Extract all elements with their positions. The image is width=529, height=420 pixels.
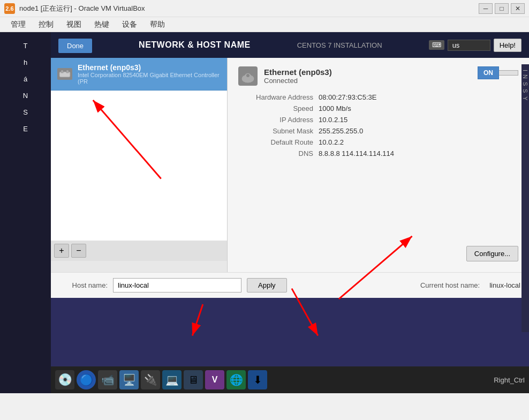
sidebar-item-4[interactable]: N xyxy=(0,87,51,104)
hostname-row: Host name: Apply Current host name: linu… xyxy=(51,272,529,298)
detail-header: Ethernet (enp0s3) Connected ON xyxy=(238,66,518,86)
svg-rect-2 xyxy=(66,70,69,73)
main-area: T h á N S E Done NETWORK & HOST NAME CEN… xyxy=(0,32,529,393)
minimize-button[interactable]: ─ xyxy=(479,3,493,14)
adapter-controls: + − xyxy=(51,241,227,261)
ethernet-status: Connected xyxy=(264,77,332,85)
window-title: node1 [正在运行] - Oracle VM VirtualBox xyxy=(19,4,479,13)
ethernet-name: Ethernet (enp0s3) xyxy=(264,68,332,77)
taskbar-right-ctrl: Right_Ctrl xyxy=(494,376,525,384)
language-input[interactable] xyxy=(448,40,490,51)
default-route-value: 10.0.2.2 xyxy=(319,138,344,146)
menu-hotkey[interactable]: 热键 xyxy=(88,18,116,32)
app-icon: 2.6 xyxy=(4,3,15,14)
network-body: Ethernet (enp0s3) Intel Corporation 8254… xyxy=(51,58,529,272)
menu-view[interactable]: 视图 xyxy=(60,18,88,32)
svg-point-4 xyxy=(246,74,250,77)
sidebar-item-5[interactable]: S xyxy=(0,104,51,121)
taskbar-icon-7[interactable]: 🖥 xyxy=(184,370,203,389)
centos-label: CENTOS 7 INSTALLATION xyxy=(297,41,382,49)
speed-value: 1000 Mb/s xyxy=(319,104,351,112)
close-button[interactable]: ✕ xyxy=(511,3,525,14)
right-letter-y2: Y xyxy=(522,96,528,100)
apply-button[interactable]: Apply xyxy=(247,278,287,292)
ethernet-icon xyxy=(238,66,258,86)
adapter-item-enp0s3[interactable]: Ethernet (enp0s3) Intel Corporation 8254… xyxy=(51,58,227,91)
sidebar-item-3[interactable]: á xyxy=(0,71,51,87)
adapter-list-empty xyxy=(51,91,227,241)
network-panel: Done NETWORK & HOST NAME CENTOS 7 INSTAL… xyxy=(51,32,529,298)
ip-label: IP Address xyxy=(238,116,319,124)
current-hostname-label: Current host name: xyxy=(420,281,480,289)
window-controls: ─ □ ✕ xyxy=(479,3,525,14)
taskbar-icon-8[interactable]: V xyxy=(205,370,224,389)
dns-row: DNS 8.8.8.8 114.114.114.114 xyxy=(238,149,518,158)
right-letter-y: S xyxy=(522,89,528,93)
adapter-icon xyxy=(57,68,72,80)
hardware-address-value: 08:00:27:93:C5:3E xyxy=(319,93,376,101)
taskbar-icon-6[interactable]: 💻 xyxy=(162,370,182,389)
taskbar-icon-10[interactable]: ⬇ xyxy=(248,370,267,389)
adapter-info: Ethernet (enp0s3) Intel Corporation 8254… xyxy=(78,63,221,85)
taskbar-icon-2[interactable]: 🔵 xyxy=(77,370,96,389)
taskbar-icon-4[interactable]: 🖥️ xyxy=(119,370,139,389)
taskbar-icon-1[interactable]: 💿 xyxy=(55,370,74,389)
hostname-input[interactable] xyxy=(113,278,241,292)
eth-name-area: Ethernet (enp0s3) Connected xyxy=(264,68,332,85)
taskbar-icon-9[interactable]: 🌐 xyxy=(226,370,246,389)
done-button[interactable]: Done xyxy=(58,39,92,53)
menu-help[interactable]: 帮助 xyxy=(143,18,171,32)
svg-rect-1 xyxy=(61,70,63,73)
toggle-off-button[interactable] xyxy=(499,70,518,76)
sidebar-item-6[interactable]: E xyxy=(0,121,51,137)
title-bar: 2.6 node1 [正在运行] - Oracle VM VirtualBox … xyxy=(0,0,529,17)
right-letter-n: N xyxy=(522,74,528,79)
hostname-label: Host name: xyxy=(59,281,108,289)
help-button[interactable]: Help! xyxy=(494,39,522,52)
taskbar-icon-3[interactable]: 📹 xyxy=(98,370,117,389)
network-header: Done NETWORK & HOST NAME CENTOS 7 INSTAL… xyxy=(51,32,529,58)
configure-button[interactable]: Configure... xyxy=(466,246,518,261)
subnet-label: Subnet Mask xyxy=(238,127,319,135)
adapter-details: Ethernet (enp0s3) Connected ON Hardware … xyxy=(228,58,529,272)
speed-label: Speed xyxy=(238,104,319,112)
subnet-row: Subnet Mask 255.255.255.0 xyxy=(238,127,518,135)
hardware-address-row: Hardware Address 08:00:27:93:C5:3E xyxy=(238,93,518,101)
left-sidebar: T h á N S E xyxy=(0,32,51,393)
sidebar-item-1[interactable]: T xyxy=(0,38,51,54)
dns-label: DNS xyxy=(238,149,319,158)
current-hostname-value: linux-local xyxy=(489,281,520,289)
taskbar: 💿 🔵 📹 🖥️ 🔌 💻 🖥 V 🌐 ⬇ Right_Ctrl xyxy=(51,366,529,393)
taskbar-icon-5[interactable]: 🔌 xyxy=(141,370,160,389)
add-adapter-button[interactable]: + xyxy=(54,244,69,258)
right-letter-s: S xyxy=(522,82,528,86)
hardware-address-label: Hardware Address xyxy=(238,93,319,101)
menu-device[interactable]: 设备 xyxy=(116,18,143,32)
adapter-name: Ethernet (enp0s3) xyxy=(78,63,221,72)
adapter-list: Ethernet (enp0s3) Intel Corporation 8254… xyxy=(51,58,228,272)
maximize-button[interactable]: □ xyxy=(495,3,509,14)
panel-title: NETWORK & HOST NAME xyxy=(139,40,251,50)
remove-adapter-button[interactable]: − xyxy=(71,244,86,258)
detail-title-area: Ethernet (enp0s3) Connected xyxy=(238,66,332,86)
subnet-value: 255.255.255.0 xyxy=(319,127,363,135)
keyboard-area: ⌨ Help! xyxy=(429,39,522,52)
toggle-container[interactable]: ON xyxy=(478,66,518,79)
toggle-on-button[interactable]: ON xyxy=(478,66,499,79)
menu-bar: 管理 控制 视图 热键 设备 帮助 xyxy=(0,17,529,32)
svg-line-7 xyxy=(192,304,203,336)
adapter-desc: Intel Corporation 82540EM Gigabit Ethern… xyxy=(78,72,221,85)
default-route-label: Default Route xyxy=(238,138,319,146)
vm-window: Done NETWORK & HOST NAME CENTOS 7 INSTAL… xyxy=(51,32,529,393)
speed-row: Speed 1000 Mb/s xyxy=(238,104,518,112)
right-letter-i: I xyxy=(522,70,528,71)
keyboard-icon: ⌨ xyxy=(429,40,444,50)
default-route-row: Default Route 10.0.2.2 xyxy=(238,138,518,146)
sidebar-item-2[interactable]: h xyxy=(0,54,51,71)
ip-address-row: IP Address 10.0.2.15 xyxy=(238,116,518,124)
ip-value: 10.0.2.15 xyxy=(319,116,347,124)
right-edge: I N S S Y xyxy=(522,64,529,332)
menu-manage[interactable]: 管理 xyxy=(4,18,32,32)
dns-value: 8.8.8.8 114.114.114.114 xyxy=(319,149,394,158)
menu-control[interactable]: 控制 xyxy=(32,18,60,32)
